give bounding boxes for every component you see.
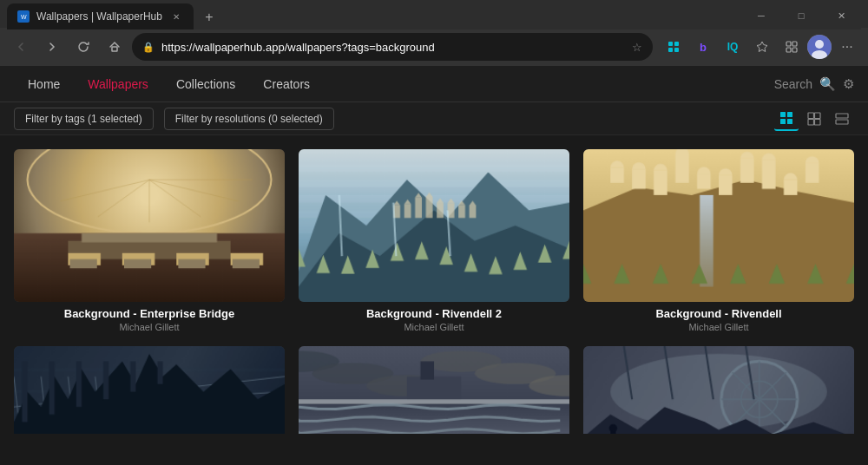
svg-rect-18	[808, 113, 814, 119]
wallpaper-author-2: Michael Gillett	[583, 322, 854, 332]
settings-icon[interactable]: ⚙	[843, 76, 854, 92]
back-button[interactable]	[7, 33, 35, 61]
svg-rect-9	[786, 48, 791, 52]
address-bar: 🔒 https://wallpaperhub.app/wallpapers?ta…	[0, 28, 868, 66]
svg-point-12	[815, 40, 824, 49]
nav-links: Home Wallpapers Collections Creators	[14, 66, 774, 102]
thumb-canvas-4	[299, 346, 569, 435]
nav-home[interactable]: Home	[14, 66, 74, 102]
maximize-button[interactable]: □	[781, 2, 821, 29]
wallpaper-thumb-1	[299, 149, 569, 302]
wallpaper-author-0: Michael Gillett	[14, 322, 285, 332]
thumb-canvas-0	[14, 149, 285, 302]
site-nav: Home Wallpapers Collections Creators Sea…	[0, 66, 868, 102]
tab-title: Wallpapers | WallpaperHub	[36, 10, 162, 23]
svg-rect-22	[836, 114, 848, 118]
wallpaper-title-1: Background - Rivendell 2	[299, 307, 569, 320]
wallpaper-title-2: Background - Rivendell	[583, 307, 854, 320]
svg-rect-21	[815, 119, 821, 125]
collections-button[interactable]	[778, 33, 806, 61]
wallpaper-thumb-2	[583, 149, 854, 302]
view-toggles	[774, 107, 854, 131]
add-favorite-icon[interactable]: ☆	[632, 41, 642, 54]
toolbar-right: b IQ ···	[660, 33, 861, 61]
svg-rect-17	[787, 119, 792, 124]
filter-bar: Filter by tags (1 selected) Filter by re…	[0, 102, 868, 135]
lock-icon: 🔒	[142, 42, 155, 53]
minimize-button[interactable]: ─	[741, 2, 781, 29]
new-tab-button[interactable]: +	[197, 5, 221, 29]
wallpaper-item-5[interactable]: Background - Death Star Ruins Star Wars	[583, 346, 854, 435]
nav-creators[interactable]: Creators	[249, 66, 324, 102]
profile-avatar[interactable]	[807, 35, 832, 59]
tab-close-button[interactable]: ✕	[169, 10, 183, 23]
refresh-button[interactable]	[69, 33, 97, 61]
svg-rect-14	[780, 112, 786, 117]
svg-rect-19	[815, 113, 821, 119]
thumb-canvas-2	[583, 149, 854, 302]
extensions-button[interactable]	[660, 33, 687, 61]
wallpaper-item-2[interactable]: Background - Rivendell Michael Gillett	[583, 149, 854, 332]
wallpaper-item-1[interactable]: Background - Rivendell 2 Michael Gillett	[299, 149, 569, 332]
svg-rect-3	[668, 42, 673, 46]
home-button[interactable]	[101, 33, 128, 61]
address-actions: ☆	[632, 41, 642, 54]
list-view-button[interactable]	[830, 107, 854, 131]
window-controls: ─ □ ✕	[741, 2, 861, 29]
svg-rect-23	[836, 120, 848, 124]
tags-filter-button[interactable]: Filter by tags (1 selected)	[14, 108, 154, 130]
resolutions-filter-button[interactable]: Filter by resolutions (0 selected)	[164, 108, 334, 130]
nav-collections[interactable]: Collections	[162, 66, 249, 102]
wallpaper-item-4[interactable]: Background - Death Star Ruins 2 Star War…	[299, 346, 569, 435]
svg-rect-16	[780, 119, 786, 124]
svg-rect-6	[674, 48, 679, 52]
svg-rect-4	[674, 42, 679, 46]
svg-rect-15	[787, 112, 792, 117]
sidebar-button[interactable]: b	[689, 33, 717, 61]
iq-button[interactable]: IQ	[719, 33, 746, 61]
svg-text:W: W	[21, 14, 27, 20]
site-container: Home Wallpapers Collections Creators Sea…	[0, 66, 868, 434]
nav-search: Search 🔍 ⚙	[774, 76, 854, 92]
nav-action-icons: 🔍 ⚙	[819, 76, 854, 92]
thumb-canvas-5	[583, 346, 854, 435]
search-icon[interactable]: 🔍	[819, 76, 836, 92]
svg-rect-7	[786, 42, 791, 46]
close-button[interactable]: ✕	[821, 2, 861, 29]
thumb-canvas-3	[14, 346, 285, 435]
wallpaper-item-0[interactable]: Background - Enterprise Bridge Michael G…	[14, 149, 285, 332]
wallpaper-thumb-5	[583, 346, 854, 435]
svg-rect-5	[668, 48, 673, 52]
more-button[interactable]: ···	[833, 33, 861, 61]
tab-favicon: W	[17, 10, 30, 23]
favorites-button[interactable]	[748, 33, 776, 61]
svg-rect-20	[808, 119, 814, 125]
large-grid-button[interactable]	[802, 107, 826, 131]
wallpaper-thumb-3	[14, 346, 285, 435]
address-input[interactable]: 🔒 https://wallpaperhub.app/wallpapers?ta…	[132, 33, 653, 61]
thumb-canvas-1	[299, 149, 569, 302]
browser-tab[interactable]: W Wallpapers | WallpaperHub ✕	[7, 3, 194, 29]
nav-wallpapers[interactable]: Wallpapers	[74, 66, 162, 102]
url-text: https://wallpaperhub.app/wallpapers?tags…	[161, 41, 625, 54]
svg-rect-8	[792, 42, 797, 46]
forward-button[interactable]	[38, 33, 66, 61]
wallpaper-title-0: Background - Enterprise Bridge	[14, 307, 285, 320]
svg-rect-2	[112, 47, 117, 51]
svg-rect-10	[792, 48, 797, 52]
search-label: Search	[774, 77, 812, 91]
wallpaper-item-3[interactable]: Background - Death Star Ruins 3 Star War…	[14, 346, 285, 435]
wallpaper-thumb-4	[299, 346, 569, 435]
wallpaper-thumb-0	[14, 149, 285, 302]
wallpaper-grid: Background - Enterprise Bridge Michael G…	[0, 135, 868, 434]
grid-view-button[interactable]	[774, 107, 799, 131]
wallpaper-author-1: Michael Gillett	[299, 322, 569, 332]
title-bar: W Wallpapers | WallpaperHub ✕ + ─ □ ✕	[0, 0, 868, 28]
